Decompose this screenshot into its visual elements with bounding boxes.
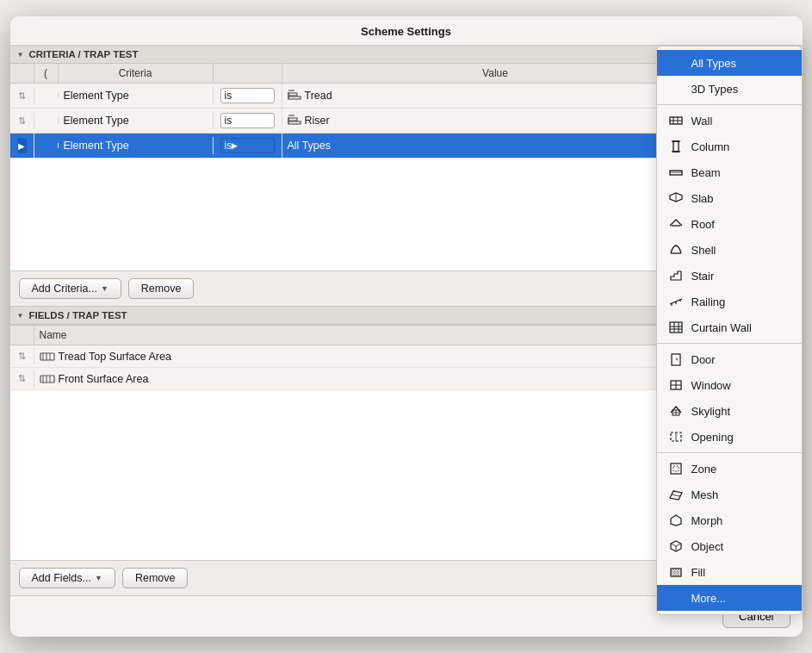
sort-handle-3: ▶ xyxy=(10,134,34,158)
main-content: ▼ CRITERIA / TRAP TEST ( Criteria Value … xyxy=(10,46,803,637)
wall-label: Wall xyxy=(691,115,713,127)
menu-item-object[interactable]: Object xyxy=(657,533,802,559)
menu-item-all-types[interactable]: All Types xyxy=(657,50,802,76)
svg-rect-20 xyxy=(673,141,679,152)
3d-types-label: 3D Types xyxy=(691,83,739,96)
menu-item-window[interactable]: Window xyxy=(657,372,802,398)
window-icon xyxy=(667,376,685,394)
svg-rect-1 xyxy=(288,93,297,96)
mesh-icon xyxy=(667,486,685,503)
col-sort xyxy=(10,64,34,83)
add-fields-button[interactable]: Add Fields... ▼ xyxy=(19,568,115,588)
svg-rect-37 xyxy=(672,354,680,365)
menu-item-skylight[interactable]: Skylight xyxy=(657,398,802,424)
menu-item-opening[interactable]: Opening xyxy=(657,424,802,450)
operator-2[interactable]: is xyxy=(214,109,282,133)
all-types-icon xyxy=(667,54,685,72)
separator-3 xyxy=(657,452,802,453)
curtain-wall-icon xyxy=(667,319,685,336)
criteria-section-label: CRITERIA / TRAP TEST xyxy=(28,49,138,59)
beam-label: Beam xyxy=(691,166,721,179)
menu-item-zone[interactable]: Zone xyxy=(657,456,802,482)
menu-item-column[interactable]: Column xyxy=(657,134,802,159)
fields-sort-2[interactable]: ⇅ xyxy=(10,370,34,387)
opening-icon xyxy=(667,428,685,445)
sort-handle-2[interactable]: ⇅ xyxy=(10,113,34,129)
menu-item-roof[interactable]: Roof xyxy=(657,211,802,237)
expand-btn-3[interactable]: ▶ xyxy=(17,138,27,153)
menu-item-wall[interactable]: Wall xyxy=(657,108,802,134)
svg-line-49 xyxy=(676,544,681,546)
fields-collapse-icon[interactable]: ▼ xyxy=(17,312,24,320)
fields-sort-1[interactable]: ⇅ xyxy=(10,348,34,364)
value-2: Riser xyxy=(282,112,710,129)
col-value: Value xyxy=(282,64,710,83)
separator-2 xyxy=(657,343,802,344)
railing-label: Railing xyxy=(691,295,726,308)
skylight-label: Skylight xyxy=(691,405,731,418)
fields-name-text-1: Tread Top Surface Area xyxy=(59,351,171,363)
paren-open-3 xyxy=(34,143,59,148)
menu-item-morph[interactable]: Morph xyxy=(657,507,802,533)
svg-line-48 xyxy=(671,544,676,546)
col-paren-open: ( xyxy=(34,64,59,83)
fill-label: Fill xyxy=(691,566,706,579)
all-types-label: All Types xyxy=(691,57,737,70)
criteria-type-2[interactable]: Element Type xyxy=(59,112,214,129)
menu-item-curtain-wall[interactable]: Curtain Wall xyxy=(657,314,802,340)
add-fields-caret: ▼ xyxy=(95,574,102,582)
operator-3[interactable]: is ▶ xyxy=(214,134,282,158)
svg-line-47 xyxy=(672,494,680,496)
shell-icon xyxy=(667,241,685,258)
value-3[interactable]: All Types xyxy=(282,137,710,154)
mesh-label: Mesh xyxy=(691,488,719,501)
menu-item-fill[interactable]: Fill xyxy=(657,559,802,585)
col-operator xyxy=(214,64,282,83)
svg-rect-5 xyxy=(288,118,297,121)
menu-item-mesh[interactable]: Mesh xyxy=(657,482,802,507)
more-label: More... xyxy=(691,592,726,605)
separator-1 xyxy=(657,104,802,105)
operator-1[interactable]: is xyxy=(214,84,282,108)
menu-item-door[interactable]: Door xyxy=(657,346,802,372)
criteria-collapse-icon[interactable]: ▼ xyxy=(17,51,24,59)
fill-icon xyxy=(667,563,685,581)
menu-item-railing[interactable]: Railing xyxy=(657,289,802,314)
criteria-type-1[interactable]: Element Type xyxy=(59,87,214,104)
fields-col-sort xyxy=(10,326,34,345)
value-text-2: Riser xyxy=(305,115,330,127)
remove-fields-button[interactable]: Remove xyxy=(122,568,189,588)
opening-label: Opening xyxy=(691,431,734,444)
menu-item-slab[interactable]: Slab xyxy=(657,185,802,211)
fields-sort-icon-1: ⇅ xyxy=(18,351,26,362)
roof-icon xyxy=(667,215,685,233)
field-icon-1 xyxy=(40,351,55,363)
field-icon-2 xyxy=(40,373,55,385)
svg-rect-4 xyxy=(288,121,301,124)
door-label: Door xyxy=(691,353,716,366)
menu-item-shell[interactable]: Shell xyxy=(657,237,802,263)
dialog-title: Scheme Settings xyxy=(10,16,803,46)
morph-icon xyxy=(667,512,685,529)
menu-item-3d-types[interactable]: 3D Types xyxy=(657,76,802,102)
menu-item-stair[interactable]: Stair xyxy=(657,263,802,289)
skylight-icon xyxy=(667,402,685,420)
column-label: Column xyxy=(691,140,730,153)
remove-criteria-button[interactable]: Remove xyxy=(128,278,195,299)
add-criteria-caret: ▼ xyxy=(101,284,108,293)
menu-item-beam[interactable]: Beam xyxy=(657,159,802,185)
criteria-type-3[interactable]: Element Type xyxy=(59,137,214,154)
paren-open-1 xyxy=(34,93,59,98)
tread-icon xyxy=(288,90,301,102)
menu-item-more[interactable]: More... xyxy=(657,585,802,611)
beam-icon xyxy=(667,164,685,181)
stair-label: Stair xyxy=(691,270,715,283)
sort-handle-1[interactable]: ⇅ xyxy=(10,88,34,104)
railing-icon xyxy=(667,293,685,310)
slab-icon xyxy=(667,190,685,207)
sort-icon-1: ⇅ xyxy=(18,90,26,102)
svg-rect-12 xyxy=(40,376,54,382)
shell-label: Shell xyxy=(691,244,716,257)
fields-name-text-2: Front Surface Area xyxy=(59,373,149,385)
add-criteria-button[interactable]: Add Criteria... ▼ xyxy=(19,278,121,299)
